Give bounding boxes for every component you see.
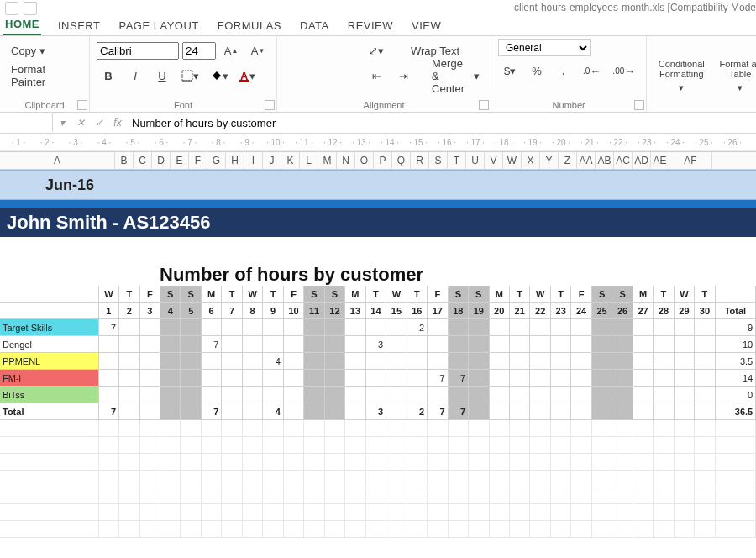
table-cell[interactable] [181, 336, 201, 352]
table-cell[interactable] [551, 403, 571, 419]
col-header[interactable]: AD [633, 152, 651, 169]
tab-formulas[interactable]: FORMULAS [216, 16, 283, 35]
table-cell[interactable] [386, 403, 407, 419]
table-cell[interactable] [592, 319, 612, 335]
cancel-icon[interactable]: ✕ [71, 117, 90, 129]
col-header[interactable]: X [522, 152, 540, 169]
table-cell[interactable] [612, 370, 633, 386]
table-cell[interactable] [243, 387, 263, 403]
col-header[interactable]: T [448, 152, 466, 169]
align-middle-icon[interactable] [311, 39, 334, 61]
empty-grid[interactable] [0, 420, 756, 538]
column-headers[interactable]: ABCDEFGHIJKLMNOPQRSTUVWXYZAAABACADAEAF [0, 151, 756, 170]
table-cell[interactable] [695, 319, 715, 335]
table-cell[interactable] [284, 403, 304, 419]
table-cell[interactable] [366, 319, 386, 335]
table-cell[interactable]: 7 [449, 403, 469, 419]
table-cell[interactable] [469, 353, 489, 369]
italic-button[interactable]: I [123, 65, 147, 87]
name-box[interactable] [0, 113, 53, 132]
table-cell[interactable] [222, 403, 242, 419]
table-cell[interactable] [99, 370, 119, 386]
table-cell[interactable] [490, 319, 510, 335]
comma-format-icon[interactable]: , [552, 60, 575, 82]
table-cell[interactable] [304, 319, 324, 335]
table-cell[interactable] [633, 353, 654, 369]
save-icon[interactable] [24, 2, 37, 15]
table-cell[interactable] [202, 319, 222, 335]
font-name-select[interactable] [97, 42, 179, 60]
align-left-icon[interactable] [284, 65, 307, 87]
table-cell[interactable] [366, 353, 386, 369]
table-cell[interactable] [222, 336, 242, 352]
table-cell[interactable] [140, 370, 160, 386]
table-cell[interactable] [530, 336, 550, 352]
table-cell[interactable] [263, 370, 283, 386]
table-cell[interactable] [386, 370, 407, 386]
dialog-launcher-icon[interactable] [265, 100, 275, 110]
table-cell[interactable] [284, 336, 304, 352]
table-cell[interactable] [99, 387, 119, 403]
table-cell[interactable] [551, 370, 571, 386]
table-cell[interactable] [633, 403, 654, 419]
table-cell[interactable] [304, 387, 324, 403]
table-cell[interactable] [530, 403, 550, 419]
table-cell[interactable] [469, 370, 489, 386]
table-cell[interactable] [571, 353, 591, 369]
table-cell[interactable] [695, 370, 715, 386]
table-cell[interactable] [490, 353, 510, 369]
table-cell[interactable] [119, 319, 139, 335]
table-cell[interactable] [612, 336, 633, 352]
table-cell[interactable] [140, 336, 160, 352]
increase-indent-icon[interactable]: ⇥ [391, 65, 415, 87]
table-cell[interactable] [675, 353, 695, 369]
table-cell[interactable] [695, 403, 715, 419]
table-cell[interactable]: 7 [428, 403, 448, 419]
table-cell[interactable] [510, 403, 530, 419]
col-header[interactable]: V [485, 152, 503, 169]
border-icon[interactable]: ▾ [177, 65, 203, 87]
table-cell[interactable] [551, 336, 571, 352]
table-cell[interactable] [633, 319, 654, 335]
table-cell[interactable] [222, 353, 242, 369]
table-cell[interactable] [695, 353, 715, 369]
table-cell[interactable] [633, 370, 654, 386]
col-header[interactable]: Y [540, 152, 559, 169]
decrease-decimal-icon[interactable]: .00→ [608, 60, 639, 82]
col-header[interactable]: S [429, 152, 448, 169]
table-cell[interactable] [407, 336, 428, 352]
col-header[interactable]: H [226, 152, 244, 169]
table-cell[interactable] [160, 370, 181, 386]
table-cell[interactable] [304, 403, 324, 419]
col-header[interactable]: R [411, 152, 429, 169]
bold-button[interactable]: B [97, 65, 120, 87]
table-cell[interactable] [654, 370, 674, 386]
table-cell[interactable] [243, 370, 263, 386]
table-cell[interactable] [510, 319, 530, 335]
table-cell[interactable] [551, 319, 571, 335]
dialog-launcher-icon[interactable] [634, 100, 644, 110]
increase-decimal-icon[interactable]: .0← [579, 60, 605, 82]
table-cell[interactable] [160, 319, 181, 335]
table-cell[interactable] [551, 387, 571, 403]
table-cell[interactable] [428, 387, 448, 403]
copy-button[interactable]: Copy ▾ [7, 39, 74, 61]
table-cell[interactable] [490, 370, 510, 386]
table-cell[interactable] [263, 336, 283, 352]
worksheet[interactable]: Jun-16 John Smith - AS123456 Number of h… [0, 170, 756, 538]
font-color-icon[interactable]: A▾ [236, 65, 260, 87]
table-cell[interactable] [304, 370, 324, 386]
merge-center-button[interactable]: Merge & Center▾ [418, 65, 484, 87]
table-cell[interactable]: 7 [99, 319, 119, 335]
conditional-formatting-button[interactable]: Conditional Formatting▾ [654, 39, 709, 95]
col-header[interactable]: W [503, 152, 522, 169]
table-cell[interactable] [695, 387, 715, 403]
table-cell[interactable] [181, 319, 201, 335]
table-cell[interactable] [386, 336, 407, 352]
table-cell[interactable] [675, 336, 695, 352]
table-cell[interactable]: 3 [366, 403, 386, 419]
table-cell[interactable] [160, 336, 181, 352]
table-cell[interactable] [345, 403, 365, 419]
table-cell[interactable] [140, 403, 160, 419]
decrease-font-icon[interactable]: A▼ [246, 39, 270, 61]
